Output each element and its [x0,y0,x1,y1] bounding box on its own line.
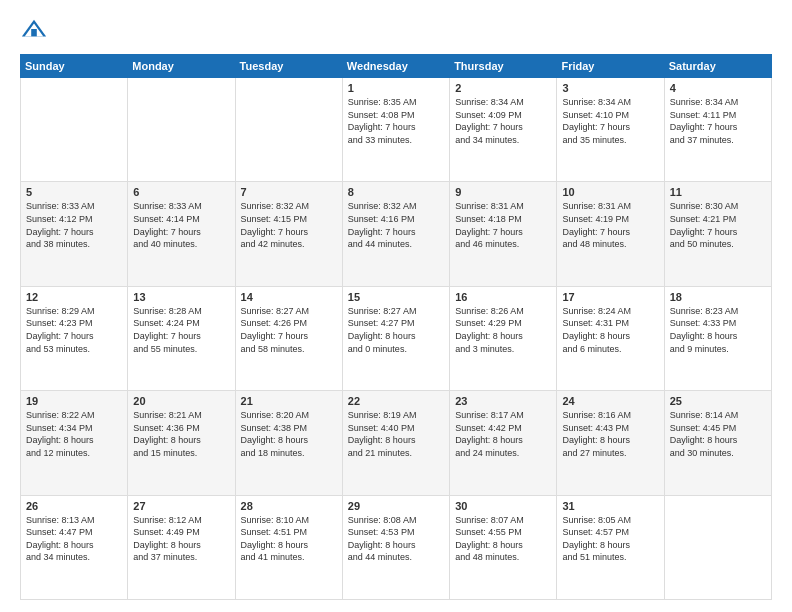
calendar-cell: 30Sunrise: 8:07 AM Sunset: 4:55 PM Dayli… [450,495,557,599]
day-info: Sunrise: 8:34 AM Sunset: 4:09 PM Dayligh… [455,96,551,146]
weekday-header-monday: Monday [128,55,235,78]
day-number: 23 [455,395,551,407]
day-info: Sunrise: 8:19 AM Sunset: 4:40 PM Dayligh… [348,409,444,459]
calendar-cell: 26Sunrise: 8:13 AM Sunset: 4:47 PM Dayli… [21,495,128,599]
day-info: Sunrise: 8:35 AM Sunset: 4:08 PM Dayligh… [348,96,444,146]
day-number: 31 [562,500,658,512]
day-number: 3 [562,82,658,94]
calendar-cell: 9Sunrise: 8:31 AM Sunset: 4:18 PM Daylig… [450,182,557,286]
weekday-header-row: SundayMondayTuesdayWednesdayThursdayFrid… [21,55,772,78]
day-info: Sunrise: 8:34 AM Sunset: 4:11 PM Dayligh… [670,96,766,146]
day-number: 30 [455,500,551,512]
calendar-cell: 23Sunrise: 8:17 AM Sunset: 4:42 PM Dayli… [450,391,557,495]
weekday-header-tuesday: Tuesday [235,55,342,78]
day-number: 22 [348,395,444,407]
day-info: Sunrise: 8:34 AM Sunset: 4:10 PM Dayligh… [562,96,658,146]
calendar-cell: 6Sunrise: 8:33 AM Sunset: 4:14 PM Daylig… [128,182,235,286]
calendar-cell: 11Sunrise: 8:30 AM Sunset: 4:21 PM Dayli… [664,182,771,286]
calendar-body: 1Sunrise: 8:35 AM Sunset: 4:08 PM Daylig… [21,78,772,600]
day-info: Sunrise: 8:07 AM Sunset: 4:55 PM Dayligh… [455,514,551,564]
day-info: Sunrise: 8:17 AM Sunset: 4:42 PM Dayligh… [455,409,551,459]
calendar-cell: 19Sunrise: 8:22 AM Sunset: 4:34 PM Dayli… [21,391,128,495]
calendar-cell [235,78,342,182]
day-number: 2 [455,82,551,94]
calendar-cell: 21Sunrise: 8:20 AM Sunset: 4:38 PM Dayli… [235,391,342,495]
header [20,16,772,44]
day-info: Sunrise: 8:33 AM Sunset: 4:12 PM Dayligh… [26,200,122,250]
calendar-table: SundayMondayTuesdayWednesdayThursdayFrid… [20,54,772,600]
calendar-cell: 15Sunrise: 8:27 AM Sunset: 4:27 PM Dayli… [342,286,449,390]
day-info: Sunrise: 8:31 AM Sunset: 4:19 PM Dayligh… [562,200,658,250]
day-info: Sunrise: 8:05 AM Sunset: 4:57 PM Dayligh… [562,514,658,564]
calendar-row-4: 19Sunrise: 8:22 AM Sunset: 4:34 PM Dayli… [21,391,772,495]
day-number: 8 [348,186,444,198]
day-info: Sunrise: 8:27 AM Sunset: 4:26 PM Dayligh… [241,305,337,355]
calendar-cell [664,495,771,599]
weekday-header-friday: Friday [557,55,664,78]
calendar-cell: 20Sunrise: 8:21 AM Sunset: 4:36 PM Dayli… [128,391,235,495]
day-info: Sunrise: 8:16 AM Sunset: 4:43 PM Dayligh… [562,409,658,459]
day-number: 28 [241,500,337,512]
weekday-header-sunday: Sunday [21,55,128,78]
day-info: Sunrise: 8:14 AM Sunset: 4:45 PM Dayligh… [670,409,766,459]
calendar-cell: 2Sunrise: 8:34 AM Sunset: 4:09 PM Daylig… [450,78,557,182]
day-number: 4 [670,82,766,94]
day-info: Sunrise: 8:23 AM Sunset: 4:33 PM Dayligh… [670,305,766,355]
calendar-cell: 16Sunrise: 8:26 AM Sunset: 4:29 PM Dayli… [450,286,557,390]
page: SundayMondayTuesdayWednesdayThursdayFrid… [0,0,792,612]
day-info: Sunrise: 8:20 AM Sunset: 4:38 PM Dayligh… [241,409,337,459]
day-number: 20 [133,395,229,407]
calendar-cell: 28Sunrise: 8:10 AM Sunset: 4:51 PM Dayli… [235,495,342,599]
calendar-cell: 27Sunrise: 8:12 AM Sunset: 4:49 PM Dayli… [128,495,235,599]
day-info: Sunrise: 8:32 AM Sunset: 4:16 PM Dayligh… [348,200,444,250]
day-info: Sunrise: 8:24 AM Sunset: 4:31 PM Dayligh… [562,305,658,355]
calendar-cell: 7Sunrise: 8:32 AM Sunset: 4:15 PM Daylig… [235,182,342,286]
day-info: Sunrise: 8:31 AM Sunset: 4:18 PM Dayligh… [455,200,551,250]
day-number: 5 [26,186,122,198]
calendar-cell: 18Sunrise: 8:23 AM Sunset: 4:33 PM Dayli… [664,286,771,390]
weekday-header-saturday: Saturday [664,55,771,78]
day-number: 12 [26,291,122,303]
day-number: 11 [670,186,766,198]
calendar-row-2: 5Sunrise: 8:33 AM Sunset: 4:12 PM Daylig… [21,182,772,286]
day-number: 18 [670,291,766,303]
day-info: Sunrise: 8:22 AM Sunset: 4:34 PM Dayligh… [26,409,122,459]
day-info: Sunrise: 8:33 AM Sunset: 4:14 PM Dayligh… [133,200,229,250]
calendar-cell: 8Sunrise: 8:32 AM Sunset: 4:16 PM Daylig… [342,182,449,286]
day-info: Sunrise: 8:27 AM Sunset: 4:27 PM Dayligh… [348,305,444,355]
day-number: 24 [562,395,658,407]
calendar-cell: 10Sunrise: 8:31 AM Sunset: 4:19 PM Dayli… [557,182,664,286]
day-number: 6 [133,186,229,198]
day-info: Sunrise: 8:26 AM Sunset: 4:29 PM Dayligh… [455,305,551,355]
calendar-cell: 12Sunrise: 8:29 AM Sunset: 4:23 PM Dayli… [21,286,128,390]
calendar-cell: 3Sunrise: 8:34 AM Sunset: 4:10 PM Daylig… [557,78,664,182]
calendar-row-3: 12Sunrise: 8:29 AM Sunset: 4:23 PM Dayli… [21,286,772,390]
calendar-header: SundayMondayTuesdayWednesdayThursdayFrid… [21,55,772,78]
calendar-cell: 14Sunrise: 8:27 AM Sunset: 4:26 PM Dayli… [235,286,342,390]
calendar-row-1: 1Sunrise: 8:35 AM Sunset: 4:08 PM Daylig… [21,78,772,182]
calendar-cell: 25Sunrise: 8:14 AM Sunset: 4:45 PM Dayli… [664,391,771,495]
day-number: 1 [348,82,444,94]
day-info: Sunrise: 8:28 AM Sunset: 4:24 PM Dayligh… [133,305,229,355]
day-number: 27 [133,500,229,512]
calendar-cell: 13Sunrise: 8:28 AM Sunset: 4:24 PM Dayli… [128,286,235,390]
calendar-cell: 17Sunrise: 8:24 AM Sunset: 4:31 PM Dayli… [557,286,664,390]
day-number: 17 [562,291,658,303]
calendar-cell: 1Sunrise: 8:35 AM Sunset: 4:08 PM Daylig… [342,78,449,182]
day-info: Sunrise: 8:12 AM Sunset: 4:49 PM Dayligh… [133,514,229,564]
day-info: Sunrise: 8:29 AM Sunset: 4:23 PM Dayligh… [26,305,122,355]
calendar-cell: 5Sunrise: 8:33 AM Sunset: 4:12 PM Daylig… [21,182,128,286]
logo [20,16,52,44]
calendar-cell: 24Sunrise: 8:16 AM Sunset: 4:43 PM Dayli… [557,391,664,495]
calendar-cell [21,78,128,182]
day-info: Sunrise: 8:32 AM Sunset: 4:15 PM Dayligh… [241,200,337,250]
day-number: 7 [241,186,337,198]
day-info: Sunrise: 8:30 AM Sunset: 4:21 PM Dayligh… [670,200,766,250]
day-number: 14 [241,291,337,303]
calendar-cell [128,78,235,182]
calendar-cell: 22Sunrise: 8:19 AM Sunset: 4:40 PM Dayli… [342,391,449,495]
day-number: 29 [348,500,444,512]
day-info: Sunrise: 8:08 AM Sunset: 4:53 PM Dayligh… [348,514,444,564]
weekday-header-thursday: Thursday [450,55,557,78]
day-number: 10 [562,186,658,198]
